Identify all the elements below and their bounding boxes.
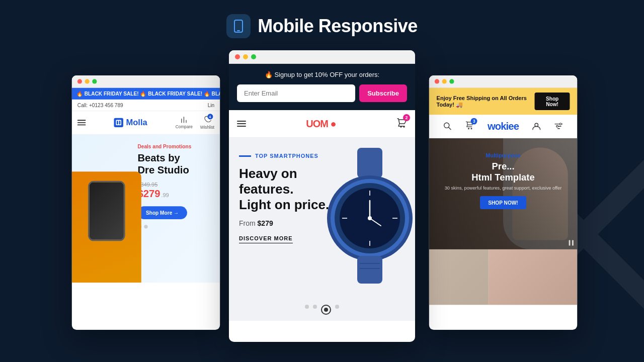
dot-green-c <box>251 54 256 59</box>
browser-center: 🔥 Signup to get 10% OFF your orders: Sub… <box>229 50 415 342</box>
uomo-cart[interactable]: 2 <box>396 117 407 130</box>
molla-nav: Molla Compare 4 Wishlist <box>72 111 220 135</box>
svg-rect-4 <box>116 120 121 125</box>
page-header: Mobile Responsive <box>0 0 644 48</box>
browser-bar-center <box>229 50 415 64</box>
page-title: Mobile Responsive <box>258 16 418 37</box>
wokiee-hero-content: Multipurpose Pre...Html Template 30 skin… <box>438 152 568 209</box>
uomo-dot-2 <box>313 305 317 309</box>
uomo-nav: UOM ● 2 <box>229 110 415 138</box>
molla-contact-bar: Call: +0123 456 789 Lin <box>72 100 220 111</box>
svg-rect-6 <box>119 121 121 124</box>
uomo-hero: TOP SMARTPHONES Heavy onfeatures.Light o… <box>229 138 415 299</box>
compare-action[interactable]: Compare <box>176 116 193 129</box>
svg-rect-5 <box>117 121 118 124</box>
molla-hero: Deals and Promotions Beats byDre Studio … <box>72 135 220 283</box>
uomo-popup: 🔥 Signup to get 10% OFF your orders: Sub… <box>229 64 415 110</box>
wokiee-pause-control[interactable] <box>569 240 574 246</box>
wokiee-cart[interactable]: 3 <box>465 121 474 132</box>
svg-rect-7 <box>357 148 382 178</box>
uomo-popup-form: Subscribe <box>237 84 407 102</box>
uomo-hero-title: Heavy onfeatures.Light on price. <box>239 166 330 213</box>
wokiee-title: Pre...Html Template <box>438 160 568 183</box>
wokiee-desc: 30 skins, powerful features, great suppo… <box>438 186 568 191</box>
wokiee-cart-badge: 3 <box>471 118 477 125</box>
browser-left: 🔥 BLACK FRIDAY SALE! 🔥 BLACK FRIDAY SALE… <box>72 75 220 330</box>
uomo-discover-link[interactable]: DISCOVER MORE <box>239 235 293 243</box>
wokiee-subtitle: Multipurpose <box>438 152 568 159</box>
molla-promo-label: Deals and Promotions <box>137 144 214 149</box>
molla-price-suffix: .99 <box>161 192 169 199</box>
molla-logo-icon <box>114 118 123 127</box>
dot-green <box>92 79 97 83</box>
uomo-dot-active <box>321 305 331 315</box>
uomo-dot-1 <box>305 305 309 309</box>
uomo-logo: UOM ● <box>306 118 336 130</box>
uomo-dot-4 <box>335 305 339 309</box>
molla-price-original: $349.95 <box>137 181 214 188</box>
wokiee-bottom-section <box>429 249 577 305</box>
wokiee-shop-now-button[interactable]: SHOP NOW! <box>480 196 527 209</box>
dot-red-r <box>435 79 439 83</box>
browser-bar-right <box>429 75 577 88</box>
molla-phone: Call: +0123 456 789 <box>77 102 123 108</box>
wokiee-search-icon[interactable] <box>443 122 452 131</box>
molla-dots <box>137 225 214 228</box>
dot-yellow-r <box>442 79 447 83</box>
pause-bar-2 <box>572 240 574 246</box>
molla-hero-title: Beats byDre Studio <box>137 152 214 177</box>
pause-bar-1 <box>569 240 571 246</box>
dot-red <box>77 79 82 83</box>
dot-yellow <box>85 79 90 83</box>
svg-rect-19 <box>357 256 382 284</box>
molla-link: Lin <box>208 102 215 108</box>
hamburger-icon[interactable] <box>77 120 86 125</box>
subscribe-button[interactable]: Subscribe <box>359 84 407 102</box>
uomo-popup-text: 🔥 Signup to get 10% OFF your orders: <box>237 71 407 78</box>
dot-yellow-c <box>243 54 248 59</box>
molla-ticker: 🔥 BLACK FRIDAY SALE! 🔥 BLACK FRIDAY SALE… <box>72 88 220 100</box>
uomo-cart-badge: 2 <box>403 114 410 121</box>
browser-right: Enjoy Free Shipping on All Orders Today!… <box>429 75 577 330</box>
wokiee-shipping-bar: Enjoy Free Shipping on All Orders Today!… <box>429 88 577 115</box>
wokiee-hero: Multipurpose Pre...Html Template 30 skin… <box>429 138 577 249</box>
molla-logo: Molla <box>114 118 147 127</box>
molla-shop-button[interactable]: Shop More → <box>137 206 187 219</box>
dot-green-r <box>449 79 454 83</box>
wokiee-shipping-text: Enjoy Free Shipping on All Orders Today!… <box>437 95 535 108</box>
wokiee-user-icon[interactable] <box>532 122 541 131</box>
svg-point-18 <box>368 216 372 220</box>
wishlist-action[interactable]: 4 Wishlist <box>200 116 215 130</box>
uomo-logo-dot: ● <box>328 118 336 129</box>
wokiee-logo: wokiee <box>488 120 519 132</box>
molla-device-img <box>72 171 141 283</box>
svg-point-29 <box>556 125 558 127</box>
molla-price-row: $279 .99 <box>137 188 214 200</box>
uomo-watch-image <box>319 148 415 289</box>
browser-bar-left <box>72 75 220 88</box>
uomo-hamburger[interactable] <box>237 121 246 127</box>
email-input[interactable] <box>237 84 355 102</box>
uomo-dots <box>229 299 415 321</box>
svg-point-28 <box>559 123 561 125</box>
uomo-price-value: $279 <box>258 219 273 227</box>
wishlist-badge: 4 <box>207 114 213 119</box>
dot-red-c <box>235 54 240 59</box>
wokiee-filter-icon[interactable] <box>554 122 563 131</box>
dot-2 <box>144 225 147 228</box>
svg-line-23 <box>448 127 451 130</box>
molla-hero-content: Deals and Promotions Beats byDre Studio … <box>137 144 214 219</box>
wokiee-shop-now-top-button[interactable]: Shop Now! <box>535 93 570 110</box>
wishlist-badge-wrap: 4 <box>204 116 211 124</box>
mobile-icon <box>226 14 251 38</box>
molla-actions: Compare 4 Wishlist <box>176 116 214 130</box>
wokiee-nav: 3 wokiee <box>429 115 577 138</box>
